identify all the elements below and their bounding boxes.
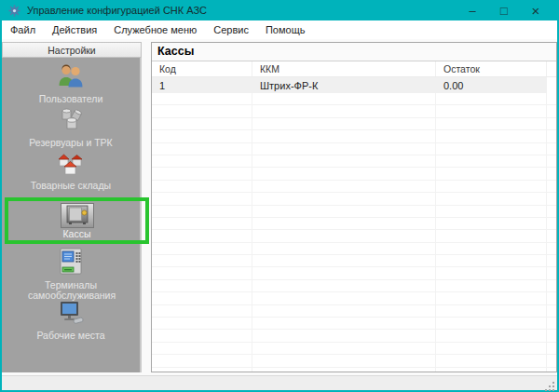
window-controls: – □ ×	[457, 0, 552, 20]
empty-cell	[152, 93, 252, 104]
empty-cell	[252, 206, 436, 217]
workstation-icon	[57, 301, 85, 329]
empty-cell	[436, 355, 547, 366]
empty-row	[152, 318, 556, 330]
column-header-balance[interactable]: Остаток	[436, 61, 547, 76]
empty-cell	[152, 343, 252, 354]
warehouse-icon	[56, 152, 86, 179]
empty-cell	[152, 318, 252, 329]
empty-cell	[436, 368, 547, 372]
sidebar-item-label: Кассы	[59, 229, 94, 239]
empty-row	[152, 105, 556, 117]
empty-cell	[252, 181, 436, 192]
empty-cell	[436, 255, 547, 266]
empty-cell	[436, 230, 547, 241]
empty-cell	[152, 292, 252, 304]
menu-actions[interactable]: Действия	[44, 20, 105, 39]
empty-cell	[436, 105, 547, 116]
sidebar-item-label: Товарные склады	[27, 181, 115, 191]
empty-row	[152, 280, 556, 292]
empty-row	[152, 355, 556, 367]
menu-service[interactable]: Сервис	[205, 20, 257, 39]
empty-cell	[152, 368, 252, 372]
empty-row	[152, 267, 556, 279]
empty-cell	[152, 243, 252, 254]
empty-cell	[436, 143, 547, 155]
empty-cell	[152, 130, 252, 142]
window-title: Управление конфигурацией СНК АЗС	[27, 5, 207, 16]
title-bar[interactable]: Управление конфигурацией СНК АЗС – □ ×	[2, 0, 557, 20]
empty-cell	[252, 355, 436, 366]
empty-cell	[152, 355, 252, 366]
sidebar-item-warehouses[interactable]: Товарные склады	[2, 152, 140, 191]
menu-file[interactable]: Файл	[2, 20, 44, 39]
table-header: Код ККМ Остаток	[152, 61, 556, 77]
content-area: Настройки Пользователи	[2, 39, 557, 375]
resize-grip-icon[interactable]	[545, 378, 554, 387]
empty-cell	[152, 105, 252, 116]
empty-cell	[436, 280, 547, 291]
empty-cell	[252, 267, 436, 278]
maximize-button[interactable]: □	[488, 0, 520, 20]
empty-cell	[252, 230, 436, 241]
empty-row	[152, 292, 556, 304]
empty-row	[152, 130, 556, 142]
empty-row	[152, 181, 556, 193]
column-header-kkm[interactable]: ККМ	[252, 61, 436, 76]
menu-service-menu[interactable]: Служебное меню	[105, 20, 205, 39]
close-button[interactable]: ×	[520, 0, 552, 20]
sidebar-item-workstations[interactable]: Рабочие места	[2, 301, 140, 341]
app-window: Управление конфигурацией СНК АЗС – □ × Ф…	[0, 0, 559, 392]
empty-cell	[436, 292, 547, 304]
sidebar-item-cash-registers-selected[interactable]: Кассы	[5, 197, 149, 244]
empty-cell	[152, 143, 252, 155]
empty-row	[152, 206, 556, 218]
empty-cell	[252, 130, 436, 142]
cell-balance: 0.00	[436, 77, 547, 93]
empty-cell	[436, 267, 547, 278]
empty-cell	[252, 243, 436, 254]
empty-row	[152, 118, 556, 130]
column-header-code[interactable]: Код	[152, 61, 252, 76]
empty-row	[152, 368, 556, 372]
empty-cell	[252, 193, 436, 204]
empty-cell	[152, 255, 252, 266]
empty-row	[152, 330, 556, 342]
empty-cell	[152, 181, 252, 192]
empty-cell	[252, 143, 436, 155]
sidebar-body: Пользователи	[2, 58, 142, 372]
empty-cell	[252, 305, 436, 317]
sidebar: Настройки Пользователи	[2, 42, 142, 372]
empty-cell	[152, 267, 252, 278]
sidebar-item-self-service-terminals[interactable]: Терминалы самообслуживания	[2, 248, 140, 301]
sidebar-header: Настройки	[2, 42, 142, 58]
sidebar-item-label: Резервуары и ТРК	[25, 138, 116, 148]
empty-cell	[152, 305, 252, 317]
empty-cell	[252, 155, 436, 167]
table-empty-area	[152, 93, 556, 372]
empty-cell	[252, 168, 436, 179]
empty-cell	[252, 255, 436, 266]
sidebar-item-users[interactable]: Пользователи	[2, 63, 140, 104]
empty-cell	[252, 280, 436, 291]
empty-cell	[152, 218, 252, 229]
sidebar-item-tanks[interactable]: Резервуары и ТРК	[2, 107, 140, 148]
empty-cell	[152, 280, 252, 291]
empty-cell	[436, 206, 547, 217]
menu-help[interactable]: Помощь	[257, 20, 314, 39]
cell-kkm: Штрих-ФР-К	[252, 77, 436, 93]
table-row[interactable]: 1 Штрих-ФР-К 0.00	[152, 77, 556, 93]
empty-cell	[436, 193, 547, 204]
empty-row	[152, 218, 556, 230]
empty-cell	[152, 118, 252, 129]
terminal-icon	[60, 248, 82, 278]
empty-row	[152, 143, 556, 155]
empty-cell	[252, 218, 436, 229]
status-bar	[2, 375, 557, 390]
safe-icon	[61, 203, 94, 228]
sidebar-item-label: Рабочие места	[33, 331, 108, 341]
empty-cell	[436, 243, 547, 254]
tanks-icon	[57, 107, 85, 136]
minimize-button[interactable]: –	[457, 0, 488, 20]
empty-cell	[152, 230, 252, 241]
